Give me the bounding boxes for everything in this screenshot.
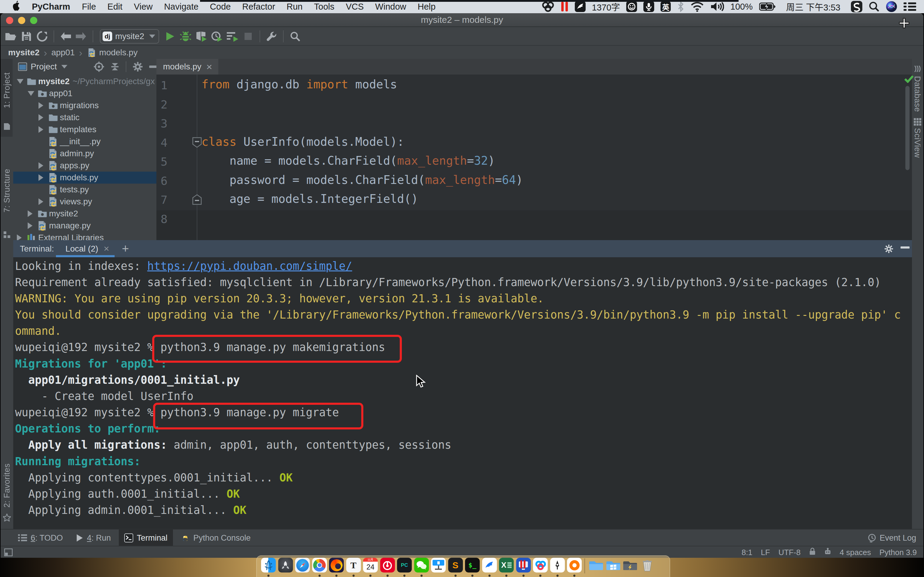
sogou-icon[interactable]	[851, 1, 863, 12]
sidebar-item-sciview[interactable]: SciView	[912, 128, 922, 158]
menu-navigate[interactable]: Navigate	[158, 2, 204, 12]
dock-app-texteditor[interactable]: T	[346, 558, 361, 572]
caret-position[interactable]: 8:1	[741, 548, 752, 557]
tree-item-adminpy[interactable]: admin.py	[13, 148, 157, 160]
dock-app-orangecam[interactable]	[567, 558, 582, 572]
tree-item-__init__py[interactable]: __init__.py	[13, 135, 157, 148]
run-icon[interactable]	[162, 31, 178, 42]
menu-file[interactable]: File	[76, 2, 102, 12]
chevron-expanded-icon[interactable]	[17, 79, 23, 84]
terminal-settings-icon[interactable]	[884, 244, 893, 255]
title-bar[interactable]: mysite2 – models.py	[1, 13, 923, 26]
tree-item-viewspy[interactable]: views.py	[13, 196, 157, 208]
line-ending[interactable]: LF	[761, 548, 770, 557]
interpreter[interactable]: Python 3.9	[879, 548, 917, 557]
dock-app-redtv[interactable]	[516, 558, 531, 572]
dock-app-sublime[interactable]: S	[448, 558, 463, 572]
menu-tools[interactable]: Tools	[308, 2, 340, 12]
tree-item-migrations[interactable]: migrations	[13, 100, 157, 111]
control-center-icon[interactable]	[903, 2, 916, 11]
chevron-collapsed-icon[interactable]	[27, 222, 32, 229]
profiler-icon[interactable]	[209, 31, 225, 42]
save-icon[interactable]	[19, 31, 34, 42]
chevron-collapsed-icon[interactable]	[17, 234, 22, 240]
menu-app-name[interactable]: PyCharm	[26, 2, 76, 12]
menu-code[interactable]: Code	[204, 2, 236, 12]
menu-help[interactable]: Help	[412, 2, 441, 12]
menu-clock[interactable]: 周三 下午3:53	[786, 0, 841, 13]
volume-icon[interactable]	[710, 2, 724, 12]
settings-icon[interactable]	[132, 61, 143, 72]
tree-item-appspy[interactable]: apps.py	[13, 160, 157, 172]
inspector-icon[interactable]	[824, 548, 831, 558]
dock-app-excel[interactable]: X	[499, 558, 514, 572]
tree-item-templates[interactable]: templates	[13, 124, 157, 135]
sidebar-item-project[interactable]: 1: Project	[1, 61, 13, 119]
dock-app-pycharm[interactable]: PC	[397, 558, 412, 572]
dock-app-firefox[interactable]	[329, 558, 344, 572]
toolwindow-button-terminal[interactable]: Terminal	[119, 530, 173, 546]
event-log-button[interactable]: Event Log	[867, 530, 916, 546]
tree-item-managepy[interactable]: manage.py	[13, 220, 157, 232]
terminal-output[interactable]: Looking in indexes: https://pypi.douban.…	[13, 257, 912, 529]
apple-icon[interactable]	[5, 0, 26, 13]
chevron-collapsed-icon[interactable]	[39, 198, 43, 205]
bluetooth-icon[interactable]	[677, 1, 684, 12]
emoji-input-icon[interactable]	[626, 1, 637, 12]
lock-icon[interactable]	[809, 548, 816, 558]
concurrency-icon[interactable]	[225, 31, 240, 42]
terminal-hide-icon[interactable]	[901, 244, 909, 250]
dock-app-finder[interactable]	[261, 558, 276, 572]
dock-app-terminal-app[interactable]: $_	[465, 558, 480, 572]
dock-item-folder-win[interactable]	[606, 558, 620, 572]
close-tab-icon[interactable]: ×	[206, 61, 212, 73]
breadcrumb-item-mysite2[interactable]: mysite2	[8, 48, 39, 57]
mic-input-icon[interactable]	[643, 1, 654, 12]
dock-item-trash[interactable]	[640, 558, 654, 572]
project-panel-title[interactable]: Project	[31, 62, 57, 71]
chevron-collapsed-icon[interactable]	[39, 126, 43, 133]
back-icon[interactable]	[58, 32, 73, 41]
debug-icon[interactable]	[178, 31, 194, 42]
inspections-ok-icon[interactable]	[904, 75, 914, 84]
bird-app-icon[interactable]	[575, 1, 586, 12]
toolwindow-button-run[interactable]: 4: Run	[71, 530, 116, 546]
word-count[interactable]: 1370字	[592, 0, 620, 13]
tree-item-mysite2[interactable]: mysite2	[13, 208, 157, 220]
tree-item-app01[interactable]: app01	[13, 87, 157, 100]
locate-icon[interactable]	[94, 61, 104, 72]
baidu-netdisk-icon[interactable]	[542, 1, 554, 12]
fold-marker-icon[interactable]	[192, 137, 202, 147]
new-terminal-session-button[interactable]: +	[122, 242, 129, 255]
dock-app-chrome[interactable]	[312, 558, 327, 572]
menu-view[interactable]: View	[128, 2, 158, 12]
wrench-icon[interactable]	[264, 31, 279, 42]
dock-app-bluebird[interactable]	[482, 558, 497, 572]
toolwindow-button-pythonconsole[interactable]: Python Console	[175, 530, 256, 546]
menu-refactor[interactable]: Refactor	[236, 2, 281, 12]
chevron-collapsed-icon[interactable]	[39, 174, 43, 181]
dock-app-pentool[interactable]	[550, 558, 565, 572]
siri-icon[interactable]	[886, 1, 897, 12]
battery-icon[interactable]	[759, 2, 776, 11]
tree-item-testspy[interactable]: tests.py	[13, 184, 157, 196]
menu-edit[interactable]: Edit	[102, 2, 128, 12]
breadcrumb-item-app01[interactable]: app01	[52, 48, 75, 57]
dock-app-keynote[interactable]	[431, 558, 446, 572]
chevron-collapsed-icon[interactable]	[39, 102, 43, 109]
sidebar-item-structure[interactable]: 7: Structure	[1, 155, 13, 226]
chevron-down-icon[interactable]	[61, 64, 68, 69]
breadcrumb-item-modelspy[interactable]: models.py	[99, 48, 138, 57]
spotlight-icon[interactable]	[869, 1, 879, 12]
sidebar-item-favorites[interactable]: 2: Favorites	[1, 459, 13, 512]
close-terminal-tab-icon[interactable]: ×	[104, 243, 110, 254]
editor-scrollbar[interactable]	[905, 86, 909, 170]
battery-percent[interactable]: 100%	[730, 2, 753, 12]
search-icon[interactable]	[287, 31, 303, 42]
wifi-icon[interactable]	[691, 2, 704, 12]
dock-app-wechat[interactable]	[414, 558, 429, 572]
dock-item-folder-dark[interactable]	[623, 558, 638, 572]
forward-icon[interactable]	[73, 32, 89, 41]
chevron-collapsed-icon[interactable]	[27, 210, 32, 217]
run-config-selector[interactable]: djmysite2	[100, 29, 159, 44]
